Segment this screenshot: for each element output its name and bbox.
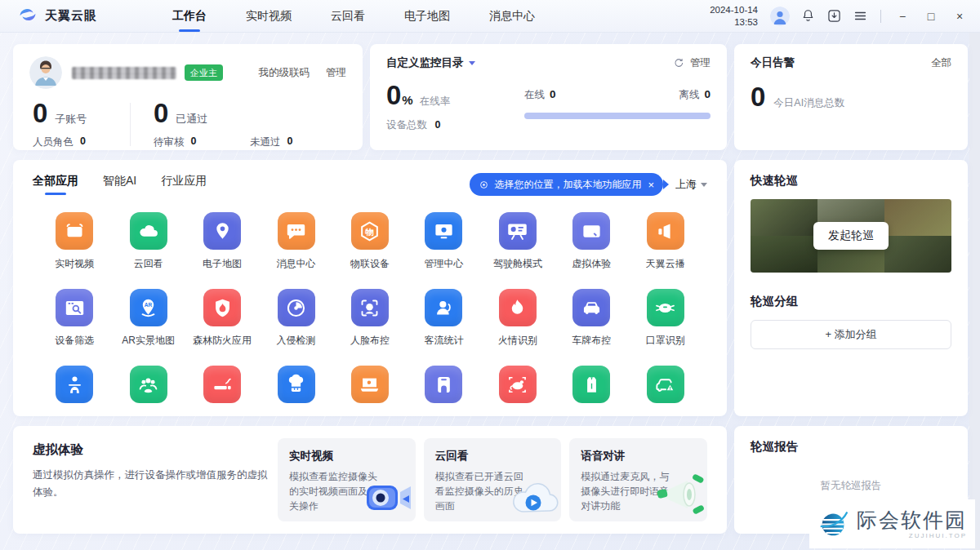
virtual-card-title: 语音对讲 bbox=[581, 449, 696, 464]
iot-hex-icon: 物 bbox=[351, 212, 389, 250]
monitor-manage[interactable]: 管理 bbox=[673, 56, 710, 70]
maximize-button[interactable]: □ bbox=[922, 7, 940, 25]
virtual-card-0[interactable]: 实时视频模拟查看监控摄像头的实时视频画面及相关操作 bbox=[278, 438, 416, 521]
online-stat: 在线0 bbox=[524, 88, 556, 102]
app-label: 物联设备 bbox=[350, 257, 390, 271]
app-device-filter[interactable]: 设备筛选 bbox=[38, 289, 111, 348]
app-label: 设备筛选 bbox=[55, 334, 94, 348]
monitor-card: 自定义监控目录 管理 0 % 在线率 bbox=[370, 44, 727, 150]
close-icon[interactable]: × bbox=[648, 179, 654, 191]
app-crowd[interactable] bbox=[111, 366, 185, 403]
svg-text:物: 物 bbox=[365, 226, 375, 236]
app-dashboard[interactable]: 驾驶舱模式 bbox=[481, 212, 555, 271]
percent-sign: % bbox=[402, 93, 412, 107]
monitor-directory-select[interactable]: 自定义监控目录 bbox=[386, 55, 475, 70]
quick-patrol-title: 快速轮巡 bbox=[751, 173, 951, 189]
app-face-control[interactable]: 人脸布控 bbox=[333, 289, 407, 348]
location-tip: 选择您的位置，加载本地功能应用 × bbox=[470, 173, 663, 196]
app-intrusion[interactable]: 入侵检测 bbox=[259, 289, 332, 348]
city-select[interactable]: 上海 bbox=[675, 177, 707, 192]
profile-card: 企业主 我的级联码 管理 0 子账号 人员角色 0 bbox=[13, 44, 363, 150]
app-rodent[interactable] bbox=[481, 366, 555, 403]
virtual-card-1[interactable]: 云回看模拟查看已开通云回看监控摄像头的历史画面 bbox=[424, 438, 562, 521]
app-virtual[interactable]: 虚拟体验 bbox=[555, 212, 628, 271]
app-laptop-search[interactable] bbox=[333, 366, 407, 403]
role-badge: 企业主 bbox=[185, 64, 223, 81]
tip-arrow bbox=[663, 180, 669, 189]
virtual-card-2[interactable]: 语音对讲模拟通过麦克风，与摄像头进行即时语音对讲功能 bbox=[569, 438, 707, 521]
rodent-icon bbox=[499, 366, 537, 403]
divider bbox=[880, 10, 881, 23]
online-rate-label: 在线率 bbox=[420, 95, 451, 109]
app-mask-detect[interactable]: 口罩识别 bbox=[629, 289, 702, 348]
app-monitor[interactable]: 管理中心 bbox=[407, 212, 480, 271]
download-icon[interactable] bbox=[826, 8, 842, 24]
app-cloud-replay[interactable]: 云回看 bbox=[111, 212, 185, 271]
apps-tab-1[interactable]: 智能AI bbox=[103, 174, 136, 195]
app-label: 天翼云播 bbox=[646, 257, 685, 271]
app-label: 火情识别 bbox=[498, 334, 537, 348]
approved-label: 已通过 bbox=[176, 112, 207, 126]
people-count-icon bbox=[425, 289, 462, 326]
app-row-1: 设备筛选ARAR实景地图森林防火应用入侵检测人脸布控客流统计火情识别车牌布控口罩… bbox=[13, 289, 727, 348]
app-live-video[interactable]: 实时视频 bbox=[38, 212, 111, 271]
close-button[interactable]: × bbox=[951, 7, 969, 25]
minimize-button[interactable]: − bbox=[893, 7, 911, 25]
broadcast-icon bbox=[647, 212, 684, 250]
app-iot-hex[interactable]: 物物联设备 bbox=[333, 212, 407, 271]
app-chef-hat[interactable] bbox=[259, 366, 332, 403]
app-rider[interactable] bbox=[38, 366, 111, 403]
app-forest-fire[interactable]: 森林防火应用 bbox=[185, 289, 259, 348]
plate-control-icon bbox=[572, 289, 610, 326]
start-patrol-button[interactable]: 发起轮巡 bbox=[813, 222, 889, 250]
apps-tab-2[interactable]: 行业应用 bbox=[161, 174, 207, 195]
nav-item-3[interactable]: 电子地图 bbox=[404, 6, 450, 27]
app-vehicle-alert[interactable] bbox=[629, 366, 702, 403]
app-label: 云回看 bbox=[134, 257, 163, 271]
apps-tab-0[interactable]: 全部应用 bbox=[33, 174, 78, 195]
app-door-sign[interactable] bbox=[407, 366, 480, 403]
watermark-text: 际会软件园 bbox=[857, 507, 967, 534]
chevron-down-icon bbox=[701, 183, 707, 187]
menu-icon[interactable] bbox=[853, 8, 868, 24]
location-area: 选择您的位置，加载本地功能应用 × 上海 bbox=[470, 173, 707, 196]
laptop-search-icon bbox=[351, 366, 389, 403]
nav-item-2[interactable]: 云回看 bbox=[331, 6, 365, 27]
camera-thumbnail bbox=[751, 236, 817, 273]
refresh-icon bbox=[673, 57, 684, 69]
app-message[interactable]: 消息中心 bbox=[259, 212, 332, 271]
virtual-card-title: 云回看 bbox=[435, 449, 550, 464]
alarm-all-link[interactable]: 全部 bbox=[931, 56, 951, 70]
app-suit[interactable] bbox=[555, 366, 628, 403]
manage-link[interactable]: 管理 bbox=[326, 66, 346, 80]
user-avatar[interactable] bbox=[770, 7, 790, 26]
alarm-count: 0 bbox=[751, 82, 765, 113]
chevron-down-icon bbox=[469, 61, 475, 65]
content: 企业主 我的级联码 管理 0 子账号 人员角色 0 bbox=[0, 33, 980, 534]
nav-item-1[interactable]: 实时视频 bbox=[246, 6, 292, 27]
intrusion-icon bbox=[278, 289, 315, 326]
patrol-preview-image: 发起轮巡 bbox=[751, 199, 951, 273]
virtual-desc: 通过模拟仿真操作，进行设备操作或增值服务的虚拟体验。 bbox=[33, 467, 271, 500]
profile-avatar[interactable] bbox=[29, 56, 62, 89]
app-ar-map[interactable]: ARAR实景地图 bbox=[111, 289, 185, 348]
app-label: 森林防火应用 bbox=[193, 334, 252, 348]
nav-item-0[interactable]: 工作台 bbox=[172, 6, 207, 27]
app-smoking[interactable] bbox=[185, 366, 259, 403]
app-fire-detect[interactable]: 火情识别 bbox=[481, 289, 555, 348]
app-label: 实时视频 bbox=[55, 257, 94, 271]
notification-bell-icon[interactable] bbox=[800, 8, 816, 24]
nav-item-4[interactable]: 消息中心 bbox=[489, 6, 535, 27]
apps-card: 全部应用智能AI行业应用 选择您的位置，加载本地功能应用 × 上海 bbox=[13, 160, 727, 416]
monitor-icon bbox=[425, 212, 462, 250]
topbar: 天翼云眼 工作台实时视频云回看电子地图消息中心 2024-10-14 13:53… bbox=[0, 0, 980, 33]
app-broadcast[interactable]: 天翼云播 bbox=[629, 212, 702, 271]
app-people-count[interactable]: 客流统计 bbox=[407, 289, 480, 348]
smoking-icon bbox=[203, 366, 241, 403]
topbar-right: 2024-10-14 13:53 − □ × bbox=[710, 4, 969, 29]
cascade-code-link[interactable]: 我的级联码 bbox=[259, 66, 310, 80]
app-map-pin[interactable]: 电子地图 bbox=[185, 212, 259, 271]
suit-icon bbox=[572, 366, 610, 403]
add-group-button[interactable]: + 添加分组 bbox=[751, 320, 951, 349]
app-plate-control[interactable]: 车牌布控 bbox=[555, 289, 628, 348]
